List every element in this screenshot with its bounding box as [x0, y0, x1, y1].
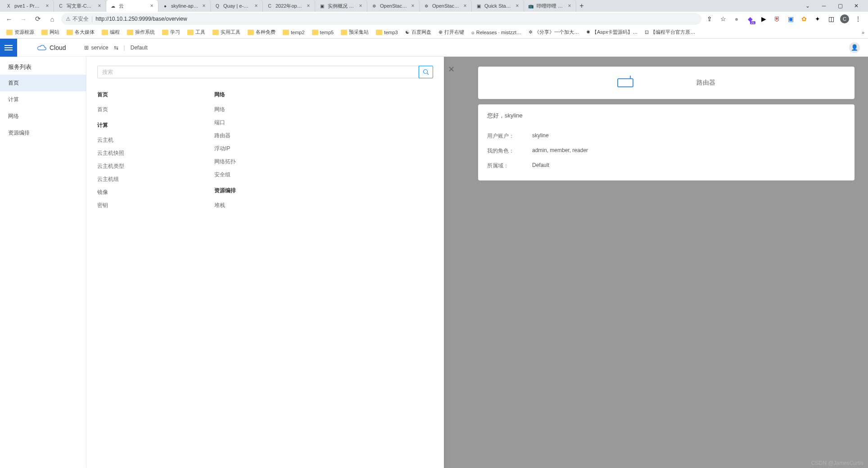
ext-purple-icon[interactable]: ◆21	[746, 14, 755, 23]
category-link[interactable]: 浮动IP	[214, 142, 236, 155]
tab-close-icon[interactable]: ×	[306, 3, 311, 9]
category-link[interactable]: 密钥	[97, 199, 124, 212]
warning-icon: ⚠	[66, 16, 71, 22]
close-window-button[interactable]: ✕	[850, 1, 863, 10]
share-icon[interactable]: ⇪	[705, 14, 714, 23]
bookmark-label: 各种免费	[256, 29, 276, 36]
folder-icon	[41, 30, 48, 35]
extensions-icon[interactable]: ✦	[813, 14, 822, 23]
category-link[interactable]: 云主机组	[97, 173, 124, 186]
bookmark-item[interactable]: temp2	[280, 28, 307, 36]
search-button[interactable]	[419, 66, 433, 78]
bookmark-item[interactable]: ✸【Aspx卡盟源码】…	[583, 28, 640, 36]
ext-dot-icon[interactable]: ●	[732, 14, 741, 23]
bookmark-item[interactable]: temp5	[309, 28, 337, 36]
bookmark-item[interactable]: 各种免费	[245, 28, 278, 36]
bookmark-item[interactable]: 编程	[99, 28, 122, 36]
category-link[interactable]: 端口	[214, 116, 236, 129]
bookmark-item[interactable]: 学习	[159, 28, 183, 36]
back-button[interactable]: ←	[4, 14, 14, 24]
browser-tab[interactable]: Xpve1 - Proxmo×	[2, 0, 54, 12]
shield-icon[interactable]: ⛨	[773, 14, 782, 23]
bookmark-item[interactable]: 实用工具	[210, 28, 243, 36]
bookmark-item[interactable]: ⌾Releases · mistzzt…	[469, 28, 524, 36]
home-button[interactable]: ⌂	[47, 14, 58, 24]
bookmark-item[interactable]: ⊕打开右键	[436, 28, 467, 36]
minimize-button[interactable]: ─	[818, 1, 830, 10]
bookmark-item[interactable]: 资源根源	[4, 28, 37, 36]
tab-close-icon[interactable]: ×	[97, 3, 102, 9]
browser-tab[interactable]: C2022年openst×	[263, 0, 315, 12]
bookmark-icon: ⊕	[439, 29, 443, 35]
browser-tab[interactable]: ▣实例概况 - Ope×	[315, 0, 367, 12]
browser-tab[interactable]: ▣Quick Start —×	[472, 0, 524, 12]
bookmark-item[interactable]: ☯百度网盘	[402, 28, 434, 36]
category-link[interactable]: 镜像	[97, 186, 124, 199]
maximize-button[interactable]: ▢	[834, 1, 846, 10]
panel-icon[interactable]: ◫	[827, 14, 836, 23]
browser-tab[interactable]: ●skyline-apiserv×	[158, 0, 211, 12]
bookmark-item[interactable]: 操作系统	[124, 28, 158, 36]
profile-avatar[interactable]: C	[840, 14, 849, 23]
swap-icon[interactable]: ⇆	[114, 45, 118, 51]
hamburger-menu[interactable]	[0, 39, 17, 57]
category-link[interactable]: 首页	[97, 103, 124, 116]
user-avatar[interactable]: 👤	[849, 42, 860, 53]
service-label: service	[91, 45, 108, 51]
tab-close-icon[interactable]: ×	[201, 3, 207, 9]
info-value: Default	[532, 162, 549, 170]
menu-icon[interactable]: ⋮	[854, 14, 863, 23]
sidebar-item[interactable]: 计算	[0, 91, 86, 108]
address-bar[interactable]: ⚠ 不安全 | http://10.10.1.250:9999/base/ove…	[61, 13, 701, 25]
browser-tab[interactable]: QQuay | e-Scien×	[211, 0, 263, 12]
forward-button[interactable]: →	[18, 14, 29, 24]
dropdown-icon[interactable]: ⌄	[801, 1, 814, 10]
category-link[interactable]: 云主机类型	[97, 160, 124, 173]
category-link[interactable]: 安全组	[214, 168, 236, 181]
browser-tab[interactable]: C写文章-CSDN博×	[54, 0, 106, 12]
bookmark-overflow[interactable]: »	[862, 30, 864, 35]
tab-close-icon[interactable]: ×	[253, 3, 259, 9]
category-link[interactable]: 网络拓扑	[214, 155, 236, 168]
category-link[interactable]: 路由器	[214, 129, 236, 142]
default-label[interactable]: Default	[131, 45, 148, 51]
service-selector[interactable]: ⊞ service	[84, 45, 108, 51]
tab-close-icon[interactable]: ×	[515, 3, 520, 9]
category-link[interactable]: 网络	[214, 103, 236, 116]
new-tab-button[interactable]: +	[576, 2, 587, 10]
sidebar-item[interactable]: 首页	[0, 75, 86, 91]
tab-close-icon[interactable]: ×	[410, 3, 416, 9]
security-warning: ⚠ 不安全	[66, 15, 89, 23]
category-link[interactable]: 堆栈	[214, 199, 236, 212]
tab-close-icon[interactable]: ×	[358, 3, 363, 9]
category-link[interactable]: 云主机快照	[97, 147, 124, 160]
reload-button[interactable]: ⟳	[32, 14, 43, 24]
tab-close-icon[interactable]: ×	[45, 3, 50, 9]
bookmark-item[interactable]: 预采集站	[338, 28, 371, 36]
ext-blue-icon[interactable]: ▣	[786, 14, 795, 23]
sidebar-item[interactable]: 网络	[0, 108, 86, 125]
bookmark-item[interactable]: ✲《分享》一个加大…	[526, 28, 582, 36]
bookmark-item[interactable]: 网站	[39, 28, 62, 36]
bookmark-item[interactable]: 工具	[185, 28, 208, 36]
close-panel-button[interactable]: ✕	[446, 64, 457, 75]
star-icon[interactable]: ☆	[719, 14, 728, 23]
cloud-logo[interactable]: Cloud	[37, 44, 66, 51]
search-row	[97, 66, 433, 78]
info-row: 我的角色：admin, member, reader	[487, 144, 845, 158]
play-icon[interactable]: ▶	[759, 14, 768, 23]
bookmark-item[interactable]: ⊡【编程平台官方原…	[642, 28, 698, 36]
tab-close-icon[interactable]: ×	[462, 3, 468, 9]
bookmark-item[interactable]: temp3	[373, 28, 401, 36]
browser-tab[interactable]: ✲OpenStack sky×	[420, 0, 472, 12]
browser-tab[interactable]: 📺哔哩哔哩 (゜-゜×	[524, 0, 576, 12]
ext-orange-icon[interactable]: ✿	[800, 14, 809, 23]
bookmark-item[interactable]: 各大媒体	[64, 28, 97, 36]
category-link[interactable]: 云主机	[97, 134, 124, 147]
tab-close-icon[interactable]: ×	[149, 3, 154, 9]
browser-tab[interactable]: ✲OpenStack da×	[367, 0, 420, 12]
tab-close-icon[interactable]: ×	[567, 3, 572, 9]
sidebar-item[interactable]: 资源编排	[0, 125, 86, 141]
search-input[interactable]	[97, 66, 419, 78]
browser-tab[interactable]: ☁云×	[106, 0, 158, 12]
